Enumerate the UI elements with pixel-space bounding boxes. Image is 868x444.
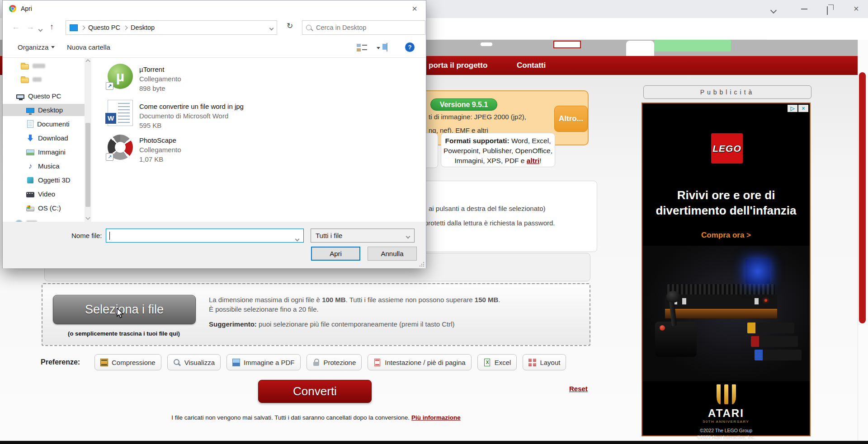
cancel-button[interactable]: Annulla [368,247,417,261]
ad-headline-2: divertimento dell'infanzia [642,204,810,218]
sidebar-item-os-c[interactable]: OS (C:) [3,202,85,214]
file-row-utorrent[interactable]: µ↗ µTorrent Collegamento 898 byte [99,62,353,97]
history-chevron-icon[interactable] [38,28,43,32]
back-arrow-icon[interactable]: ← [12,22,20,32]
dialog-close-icon[interactable]: × [405,0,424,17]
search-icon [306,25,311,30]
atari-console-art [642,246,810,381]
folder-icon [21,64,29,70]
nav-link-support[interactable]: porta il progetto [429,56,487,75]
ad-copyright-2: ©2022 Atari Interactive, Inc. [642,435,810,440]
scroll-down-icon[interactable] [86,215,90,220]
window-restore-icon[interactable] [827,6,828,15]
drive-icon [26,207,34,211]
file-row-photoscape[interactable]: ↗ PhotoScape Collegamento 1,07 KB [99,133,353,168]
computer-icon [16,94,24,99]
cartridge-blue [755,350,802,360]
more-info-link[interactable]: Più informazione [411,414,461,421]
upload-dropzone[interactable]: Seleziona i file (o semplicemente trasci… [42,283,590,346]
atari-anniversary-text: 50TH ANNIVERSARY [642,420,810,424]
pref-button-header-footer[interactable]: Intestazione / piè di pagina [368,354,471,370]
window-minimize-icon[interactable] [801,9,807,9]
up-directory-icon[interactable]: ↑ [50,22,54,32]
shortcut-badge-icon: ↗ [106,82,113,90]
utorrent-icon: µ↗ [108,64,133,89]
sidebar-folder-item[interactable] [3,60,85,72]
window-close-icon[interactable]: × [854,4,859,13]
version-line-1: ti di immagine: JPEG 2000 (jp2), [429,113,526,121]
convert-button[interactable]: Converti [258,380,372,403]
pref-button-excel[interactable]: Excel [477,354,517,370]
sidebar-item-oggetti-3d[interactable]: Oggetti 3D [3,174,85,186]
excel-icon [484,359,490,366]
help-icon[interactable]: ? [405,42,415,52]
layout-icon [528,359,536,366]
file-row-word-doc[interactable]: Come convertire un file word in jpg Docu… [99,99,353,134]
header-partial-element [481,42,492,46]
lego-atari-ad[interactable]: ▷ × LEGO Rivivi ore e ore di divertiment… [642,103,811,436]
pref-button-layout[interactable]: Layout [523,354,566,370]
new-folder-button[interactable]: Nuova cartella [67,43,110,51]
filetype-select[interactable]: Tutti i file [311,229,415,243]
photoscape-icon: ↗ [108,135,133,160]
nav-link-contacts[interactable]: Contatti [517,56,546,75]
sidebar-scrollbar[interactable] [85,57,91,222]
preview-pane-icon[interactable] [387,43,387,51]
pref-button-preview[interactable]: Visualizza [167,354,221,370]
folder-icon [21,78,29,83]
ad-close-icon[interactable]: × [798,105,808,112]
sidebar-item-immagini[interactable]: Immagini [3,146,85,158]
other-formats-link[interactable]: altri [527,157,539,164]
desktop-icon [26,108,34,113]
refresh-icon[interactable]: ↻ [287,21,293,31]
filename-input[interactable] [106,229,304,243]
breadcrumb-item-desktop[interactable]: Desktop [131,24,155,31]
browser-menu-chevron-icon[interactable] [771,6,776,14]
instructions-box: ai pulsanti a destra del file selezionat… [414,181,597,252]
sidebar-item-video[interactable]: Video [3,188,85,200]
sidebar-scrollbar-thumb[interactable] [85,123,90,207]
forward-arrow-icon[interactable]: → [26,22,34,32]
download-icon [26,134,34,142]
adchoices-icon[interactable]: ▷ [788,105,797,112]
cartridge-red [751,336,798,347]
pictures-icon [26,150,34,155]
scroll-up-icon[interactable] [86,60,90,64]
pref-button-compression[interactable]: Compressione [94,354,161,370]
dialog-titlebar[interactable]: Apri [3,0,426,17]
supported-formats-box: Formati supportati: Word, Excel, Powerpo… [441,133,555,167]
formats-line3: Immagini, XPS, PDF e [454,157,526,164]
bottom-edge-strip [0,441,868,444]
drag-hint: (o semplicemente trascina i tuoi file qu… [47,330,201,337]
page-scrollbar-thumb[interactable] [859,72,866,323]
more-formats-button[interactable]: Altro... [554,106,588,132]
view-mode-dropdown-icon[interactable] [377,47,380,51]
address-dropdown-chevron-icon[interactable] [269,26,274,31]
sidebar-item-documenti[interactable]: Documenti [3,118,85,130]
sidebar-folder-item[interactable] [3,73,85,85]
search-box[interactable] [302,20,425,35]
joystick-knob [666,291,680,303]
ad-cta-link[interactable]: Compra ora > [642,231,810,240]
sidebar-item-network-partial[interactable] [3,216,85,222]
open-button[interactable]: Apri [311,247,360,261]
view-mode-icon[interactable] [357,43,368,51]
breadcrumb[interactable]: Questo PC Desktop [66,20,277,35]
organize-menu[interactable]: Organizza [18,43,55,51]
upload-tip-line: Suggerimento: puoi selezionare più file … [209,320,455,328]
lego-logo: LEGO [711,133,743,164]
pref-button-protection[interactable]: Protezione [307,354,362,370]
sidebar-item-desktop[interactable]: Desktop [3,104,85,116]
chrome-icon [9,5,16,12]
shortcut-badge-icon: ↗ [106,153,113,161]
header-green-button-partial[interactable] [654,40,731,51]
search-input[interactable] [315,23,407,32]
sidebar-item-questo-pc[interactable]: Questo PC [3,90,85,102]
breadcrumb-item-questo-pc[interactable]: Questo PC [88,24,120,31]
pref-button-image-to-pdf[interactable]: Immagine a PDF [226,354,301,370]
sidebar-item-musica[interactable]: ♪Musica [3,160,85,172]
reset-link[interactable]: Reset [569,385,588,393]
sidebar-item-download[interactable]: Download [3,132,85,144]
blurred-label [33,77,42,82]
resize-grip[interactable] [419,262,425,267]
